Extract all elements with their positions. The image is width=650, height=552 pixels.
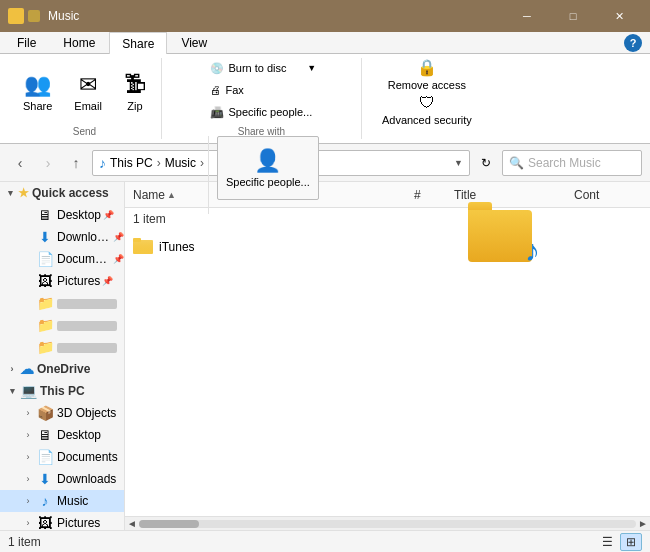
path-this-pc[interactable]: This PC <box>110 156 153 170</box>
tab-home[interactable]: Home <box>50 32 108 53</box>
svg-rect-1 <box>133 240 153 254</box>
sort-asc-icon: ▲ <box>167 190 176 200</box>
desktop-icon: 🖥 <box>36 207 54 223</box>
details-view-button[interactable]: ☰ <box>596 533 618 551</box>
minimize-button[interactable]: ─ <box>504 0 550 32</box>
music-pc-label: Music <box>57 494 88 508</box>
pin-icon: 📌 <box>103 210 114 220</box>
sidebar-item-3d-objects[interactable]: › 📦 3D Objects <box>0 402 124 424</box>
view-buttons: ☰ ⊞ <box>596 533 642 551</box>
pictures-pc-label: Pictures <box>57 516 100 530</box>
column-headers: Name ▲ # Title Cont <box>125 182 650 208</box>
quick-access-label: Quick access <box>32 186 109 200</box>
3d-objects-icon: 📦 <box>36 405 54 421</box>
desktop-label: Desktop <box>57 208 101 222</box>
music-path-icon: ♪ <box>99 155 106 171</box>
sidebar-item-blurred-2[interactable]: 📁 <box>0 314 124 336</box>
burn-icon: 💿 <box>210 62 224 75</box>
itunes-folder-icon-small <box>133 236 155 258</box>
h-scrollbar[interactable]: ◄ ► <box>125 516 650 530</box>
burn-dropdown-arrow[interactable]: ▼ <box>304 58 319 78</box>
maximize-button[interactable]: □ <box>550 0 596 32</box>
col-header-cont[interactable]: Cont <box>570 182 650 207</box>
print-icon: 🖨 <box>210 84 221 96</box>
pin-icon: 📌 <box>102 276 113 286</box>
forward-button[interactable]: › <box>36 151 60 175</box>
sidebar-section-onedrive[interactable]: › ☁ OneDrive <box>0 358 124 380</box>
sidebar-item-pictures[interactable]: 🖼 Pictures 📌 <box>0 270 124 292</box>
share-icon: 👥 <box>24 72 51 98</box>
tab-file[interactable]: File <box>4 32 49 53</box>
ribbon-group-share-with: 💿 Burn to disc ▼ 🖨 Fax 📠 Specific people… <box>162 58 362 139</box>
blurred-label-2 <box>57 321 117 331</box>
remove-access-button[interactable]: 🔒 Remove access <box>379 58 475 90</box>
sidebar-item-blurred-1[interactable]: 📁 <box>0 292 124 314</box>
zip-button[interactable]: 🗜 Zip <box>115 58 155 126</box>
app-icon-1 <box>8 8 24 24</box>
file-item-itunes-row[interactable]: iTunes <box>129 234 646 260</box>
quick-access-expand-icon: ▾ <box>2 188 18 198</box>
documents-pc-label: Documents <box>57 450 118 464</box>
sidebar-section-quick-access[interactable]: ▾ ★ Quick access <box>0 182 124 204</box>
back-button[interactable]: ‹ <box>8 151 32 175</box>
folder-icon-1: 📁 <box>36 295 54 311</box>
search-icon: 🔍 <box>509 156 524 170</box>
itunes-name: iTunes <box>159 240 309 254</box>
tab-view[interactable]: View <box>168 32 220 53</box>
content-area: Name ▲ # Title Cont 1 item <box>125 182 650 530</box>
this-pc-expand-icon: ▾ <box>4 386 20 396</box>
window-controls: ─ □ ✕ <box>504 0 642 32</box>
ribbon-group-send: 👥 Share ✉ Email 🗜 Zip Send <box>8 58 162 139</box>
sidebar-section-this-pc[interactable]: ▾ 💻 This PC <box>0 380 124 402</box>
zip-icon: 🗜 <box>124 72 146 98</box>
path-music[interactable]: Music <box>165 156 196 170</box>
music-note-overlay: ♪ <box>525 234 540 268</box>
burn-to-disc-button[interactable]: 💿 Burn to disc <box>203 58 302 78</box>
app-icon-2 <box>28 10 40 22</box>
sidebar-item-documents[interactable]: 📄 Documents 📌 <box>0 248 124 270</box>
3d-objects-label: 3D Objects <box>57 406 116 420</box>
email-button[interactable]: ✉ Email <box>65 58 111 126</box>
share-button[interactable]: 👥 Share <box>14 58 61 126</box>
help-button[interactable]: ? <box>624 34 642 52</box>
advanced-security-button[interactable]: 🛡 Advanced security <box>373 94 481 126</box>
fax-button[interactable]: 📠 Specific people... <box>203 102 319 122</box>
security-buttons: 🔒 Remove access 🛡 Advanced security <box>373 58 481 140</box>
large-icons-view-icon: ⊞ <box>626 535 636 549</box>
scroll-left-arrow[interactable]: ◄ <box>127 518 137 529</box>
scroll-thumb[interactable] <box>139 520 199 528</box>
large-icons-view-button[interactable]: ⊞ <box>620 533 642 551</box>
sidebar-item-pictures-pc[interactable]: › 🖼 Pictures <box>0 512 124 530</box>
fax-icon: 📠 <box>210 106 224 119</box>
close-button[interactable]: ✕ <box>596 0 642 32</box>
sidebar-item-documents-pc[interactable]: › 📄 Documents <box>0 446 124 468</box>
print-button[interactable]: 🖨 Fax <box>203 80 250 100</box>
sidebar-item-music-pc[interactable]: › ♪ Music <box>0 490 124 512</box>
itunes-large-icon[interactable]: ♪ <box>455 210 545 268</box>
sidebar-item-desktop[interactable]: 🖥 Desktop 📌 <box>0 204 124 226</box>
col-header-hash[interactable]: # <box>410 182 450 207</box>
specific-people-icon: 👤 <box>254 148 281 174</box>
documents-label: Documents <box>57 252 111 266</box>
main-area: ▾ ★ Quick access 🖥 Desktop 📌 ⬇ Downloads… <box>0 182 650 530</box>
specific-people-button[interactable]: 👤 Specific people... <box>217 136 319 200</box>
sidebar-item-desktop-pc[interactable]: › 🖥 Desktop <box>0 424 124 446</box>
sidebar-item-downloads-pc[interactable]: › ⬇ Downloads <box>0 468 124 490</box>
share-with-content: 💿 Burn to disc ▼ 🖨 Fax 📠 Specific people… <box>203 58 319 136</box>
tab-share[interactable]: Share <box>109 32 167 54</box>
title-bar-icons <box>8 8 40 24</box>
path-dropdown-arrow[interactable]: ▼ <box>454 158 463 168</box>
large-music-folder: ♪ <box>468 210 532 262</box>
onedrive-label: OneDrive <box>37 362 90 376</box>
scroll-right-arrow[interactable]: ► <box>638 518 648 529</box>
up-button[interactable]: ↑ <box>64 151 88 175</box>
folder-icon-3: 📁 <box>36 339 54 355</box>
documents-icon: 📄 <box>36 251 54 267</box>
downloads-icon: ⬇ <box>36 229 54 245</box>
search-box[interactable]: 🔍 Search Music <box>502 150 642 176</box>
scroll-track[interactable] <box>139 520 636 528</box>
sidebar-item-downloads[interactable]: ⬇ Downloads 📌 <box>0 226 124 248</box>
status-text: 1 item <box>8 535 41 549</box>
sidebar-item-blurred-3[interactable]: 📁 <box>0 336 124 358</box>
refresh-button[interactable]: ↻ <box>474 151 498 175</box>
